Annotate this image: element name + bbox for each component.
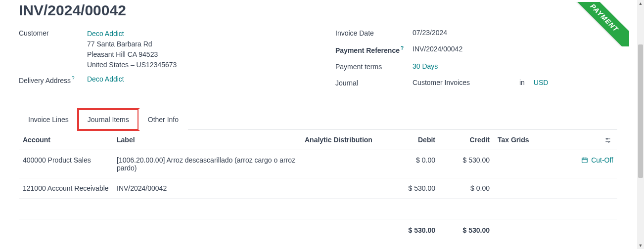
cell-label: INV/2024/00042 [113, 178, 301, 198]
table-row[interactable]: 400000 Product Sales [1006.20.00.00] Arr… [19, 150, 617, 178]
help-icon[interactable]: ? [72, 76, 75, 81]
cut-off-button[interactable]: Cut-Off [581, 156, 613, 164]
calendar-icon [581, 157, 588, 164]
columns-settings-icon[interactable] [604, 136, 611, 144]
th-debit[interactable]: Debit [385, 130, 439, 150]
customer-address-line: Pleasant Hill CA 94523 [87, 49, 177, 60]
cell-credit: $ 0.00 [439, 178, 494, 198]
table-empty-row [19, 198, 617, 219]
scrollbar-thumb[interactable] [638, 44, 643, 178]
total-credit: $ 530.00 [439, 219, 494, 240]
th-label[interactable]: Label [113, 130, 301, 150]
page-title: INV/2024/00042 [19, 2, 617, 19]
vertical-scrollbar[interactable]: ▲ ▼ [637, 0, 644, 249]
journal-label: Journal [335, 79, 413, 87]
svg-point-2 [606, 138, 607, 139]
delivery-address-link[interactable]: Deco Addict [87, 75, 124, 83]
svg-rect-4 [582, 158, 588, 163]
cell-debit: $ 0.00 [385, 150, 439, 178]
scroll-down-icon[interactable]: ▼ [637, 242, 644, 249]
delivery-address-label: Delivery Address? [19, 75, 87, 84]
th-tax-grids[interactable]: Tax Grids [494, 130, 600, 150]
th-analytic[interactable]: Analytic Distribution [301, 130, 385, 150]
invoice-date-label: Invoice Date [335, 29, 413, 37]
help-icon[interactable]: ? [401, 45, 404, 51]
journal-value: Customer Invoices [413, 79, 470, 86]
scroll-up-icon[interactable]: ▲ [637, 0, 644, 7]
tab-invoice-lines[interactable]: Invoice Lines [19, 109, 78, 130]
payment-terms-label: Payment terms [335, 62, 413, 71]
customer-address-line: 77 Santa Barbara Rd [87, 39, 177, 49]
table-totals-row: $ 530.00 $ 530.00 [19, 219, 617, 240]
journal-in-label: in [519, 79, 525, 86]
payment-terms-link[interactable]: 30 Days [413, 62, 438, 70]
th-credit[interactable]: Credit [439, 130, 494, 150]
journal-items-table: Account Label Analytic Distribution Debi… [19, 130, 617, 240]
customer-address-line: United States – US12345673 [87, 60, 177, 70]
cell-analytic [301, 178, 385, 198]
payment-reference-value: INV/2024/00042 [413, 45, 462, 53]
cell-account: 400000 Product Sales [19, 150, 113, 178]
tab-journal-items[interactable]: Journal Items [78, 109, 138, 130]
invoice-date-value: 07/23/2024 [413, 29, 447, 37]
total-debit: $ 530.00 [385, 219, 439, 240]
payment-reference-label: Payment Reference? [335, 45, 413, 54]
cell-credit: $ 530.00 [439, 150, 494, 178]
cell-debit: $ 530.00 [385, 178, 439, 198]
svg-point-3 [608, 141, 609, 142]
cell-label: [1006.20.00.00] Arroz descascarillado (a… [113, 150, 301, 178]
tab-other-info[interactable]: Other Info [138, 109, 188, 130]
customer-link[interactable]: Deco Addict [87, 29, 177, 39]
cell-account: 121000 Account Receivable [19, 178, 113, 198]
tab-bar: Invoice Lines Journal Items Other Info [19, 109, 617, 130]
th-account[interactable]: Account [19, 130, 113, 150]
table-row[interactable]: 121000 Account Receivable INV/2024/00042… [19, 178, 617, 198]
cell-analytic [301, 150, 385, 178]
currency-link[interactable]: USD [534, 79, 549, 86]
customer-label: Customer [19, 29, 87, 37]
